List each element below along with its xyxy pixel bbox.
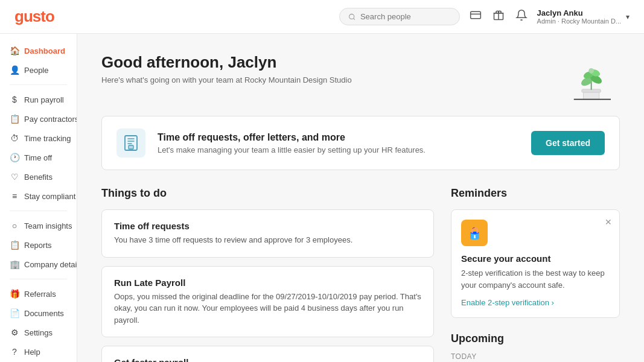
sidebar-item-stay-compliant[interactable]: ≡ Stay compliant — [0, 186, 77, 206]
hr-banner-icon — [116, 129, 145, 157]
help-icon: ? — [10, 347, 19, 357]
task-card-time-off[interactable]: Time off requests You have 3 time off re… — [101, 209, 434, 258]
svg-rect-2 — [470, 11, 480, 19]
sidebar-item-documents[interactable]: 📄 Documents — [0, 303, 77, 323]
upcoming-title: Upcoming — [451, 332, 620, 345]
user-name: Jaclyn Anku — [537, 8, 621, 17]
gift-icon[interactable] — [493, 9, 505, 24]
sidebar-item-reports[interactable]: 📋 Reports — [0, 235, 77, 255]
insights-icon: ○ — [10, 221, 19, 230]
sidebar-item-time-tracking[interactable]: ⏱ Time tracking — [0, 129, 77, 148]
time-tracking-icon: ⏱ — [10, 133, 19, 143]
svg-point-12 — [588, 68, 594, 74]
contractors-icon: 📋 — [10, 114, 19, 124]
payroll-icon: $ — [10, 95, 19, 104]
svg-rect-15 — [129, 145, 133, 149]
top-navigation: gusto Jaclyn Anku Admin · Rocky Mountain… — [0, 0, 644, 34]
sidebar-item-pay-contractors[interactable]: 📋 Pay contractors — [0, 109, 77, 129]
lock-icon — [461, 220, 488, 246]
svg-line-1 — [353, 18, 354, 19]
hr-banner-content: Time off requests, offer letters, and mo… — [158, 132, 519, 154]
reminder-title: Secure your account — [461, 253, 610, 264]
user-role: Admin · Rocky Mountain D... — [537, 17, 621, 25]
people-icon: 👤 — [10, 65, 19, 75]
hr-banner-title: Time off requests, offer letters, and mo… — [158, 132, 519, 143]
sidebar-item-dashboard[interactable]: 🏠 Dashboard — [0, 41, 77, 60]
hr-feature-banner: Time off requests, offer letters, and mo… — [101, 116, 620, 170]
documents-icon: 📄 — [10, 308, 19, 318]
sidebar-item-referrals[interactable]: 🎁 Referrals — [0, 284, 77, 303]
sidebar-divider-2 — [10, 211, 67, 211]
referrals-icon: 🎁 — [10, 289, 19, 299]
main-layout: 🏠 Dashboard 👤 People $ Run payroll 📋 Pay… — [0, 34, 644, 362]
task-time-off-title: Time off requests — [114, 221, 421, 231]
bell-icon[interactable] — [515, 9, 528, 24]
time-off-icon: 🕐 — [10, 153, 19, 162]
sidebar-item-time-off[interactable]: 🕐 Time off — [0, 148, 77, 167]
things-to-do-title: Things to do — [101, 187, 434, 200]
task-late-payroll-desc: Oops, you missed the original deadline f… — [114, 291, 421, 326]
nav-icon-group — [470, 9, 528, 24]
sidebar-item-team-insights[interactable]: ○ Team insights — [0, 216, 77, 235]
enable-2step-link[interactable]: Enable 2-step verification › — [461, 298, 554, 307]
right-column: Reminders ✕ Secure your account 2-step v… — [451, 187, 620, 362]
gusto-logo[interactable]: gusto — [14, 7, 54, 26]
chevron-down-icon: ▾ — [626, 13, 630, 21]
reminder-card: ✕ Secure your account 2-step verificatio… — [451, 209, 620, 318]
search-input[interactable] — [360, 12, 451, 21]
reminder-description: 2-step verification is the best way to k… — [461, 267, 610, 291]
sidebar-item-benefits[interactable]: ♡ Benefits — [0, 167, 77, 186]
sidebar-item-company-details[interactable]: 🏢 Company details — [0, 255, 77, 274]
compliant-icon: ≡ — [10, 191, 19, 201]
home-icon: 🏠 — [10, 46, 19, 56]
sidebar-item-run-payroll[interactable]: $ Run payroll — [0, 90, 77, 109]
task-time-off-desc: You have 3 time off requests to review a… — [114, 234, 421, 246]
sidebar-item-help[interactable]: ? Help — [0, 342, 77, 361]
greeting-text: Good afternoon, Jaclyn Here's what's goi… — [101, 53, 352, 84]
svg-point-0 — [349, 14, 354, 19]
two-column-layout: Things to do Time off requests You have … — [101, 187, 620, 362]
sidebar-divider-1 — [10, 84, 67, 85]
sidebar-item-people[interactable]: 👤 People — [0, 60, 77, 80]
sidebar: 🏠 Dashboard 👤 People $ Run payroll 📋 Pay… — [0, 34, 77, 362]
hr-banner-subtitle: Let's make managing your team a little e… — [158, 145, 519, 154]
greeting-illustration — [560, 53, 620, 101]
search-bar[interactable] — [339, 8, 460, 25]
card-icon[interactable] — [470, 9, 482, 24]
benefits-icon: ♡ — [10, 172, 19, 182]
company-icon: 🏢 — [10, 259, 19, 269]
greeting-subheading: Here's what's going on with your team at… — [101, 75, 352, 84]
settings-icon: ⚙ — [10, 328, 19, 337]
reminders-title: Reminders — [451, 187, 620, 200]
sidebar-item-settings[interactable]: ⚙ Settings — [0, 323, 77, 342]
sidebar-divider-3 — [10, 279, 67, 279]
reports-icon: 📋 — [10, 240, 19, 250]
greeting-heading: Good afternoon, Jaclyn — [101, 53, 352, 72]
greeting-section: Good afternoon, Jaclyn Here's what's goi… — [101, 53, 620, 101]
user-menu[interactable]: Jaclyn Anku Admin · Rocky Mountain D... … — [537, 8, 630, 25]
search-icon — [348, 13, 355, 21]
things-to-do-section: Things to do Time off requests You have … — [101, 187, 434, 362]
task-faster-payroll-title: Get faster payroll — [114, 357, 421, 362]
upcoming-label: Today — [451, 352, 620, 361]
task-card-faster-payroll[interactable]: Get faster payroll Want to run payroll j… — [101, 346, 434, 362]
get-started-button[interactable]: Get started — [531, 131, 605, 155]
task-card-run-late-payroll[interactable]: Run Late Payroll Oops, you missed the or… — [101, 266, 434, 338]
close-icon[interactable]: ✕ — [605, 217, 612, 227]
task-late-payroll-title: Run Late Payroll — [114, 278, 421, 288]
main-content: Good afternoon, Jaclyn Here's what's goi… — [77, 34, 644, 362]
